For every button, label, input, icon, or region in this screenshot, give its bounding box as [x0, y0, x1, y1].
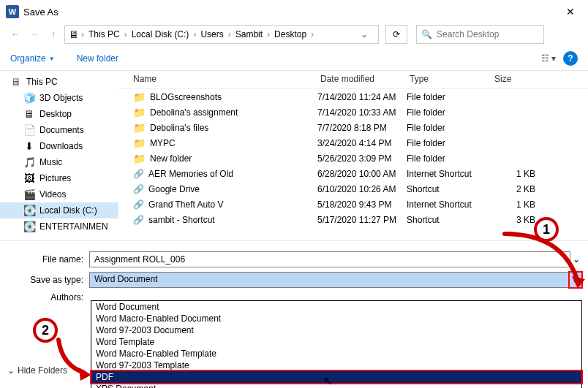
- breadcrumb-item[interactable]: Local Disk (C:): [129, 28, 192, 41]
- nav-forward-icon[interactable]: →: [26, 26, 42, 42]
- sidebar-item-music[interactable]: 🎵Music: [0, 154, 118, 170]
- annotation-callout-2: 2: [33, 318, 58, 343]
- file-date: 3/24/2020 4:14 PM: [317, 138, 407, 148]
- document-icon: 📄: [23, 124, 35, 136]
- annotation-arrow-1: [475, 219, 588, 300]
- file-name: Google Drive: [148, 184, 200, 194]
- search-input[interactable]: 🔍 Search Desktop: [416, 25, 544, 44]
- pc-icon: 🖥: [10, 76, 22, 88]
- saveastype-option[interactable]: Word Macro-Enabled Template: [91, 348, 581, 360]
- file-date: 7/14/2020 11:24 AM: [317, 92, 407, 102]
- dialog-title: Save As: [23, 7, 59, 18]
- annotation-callout-1: 1: [534, 217, 559, 242]
- file-date: 6/10/2020 10:26 AM: [317, 184, 407, 194]
- organize-button[interactable]: Organize ▼: [10, 53, 55, 64]
- refresh-icon[interactable]: ⟳: [385, 25, 407, 44]
- sidebar-item-3d-objects[interactable]: 🧊3D Objects: [0, 90, 118, 106]
- new-folder-button[interactable]: New folder: [77, 53, 118, 64]
- file-name: New folder: [150, 153, 192, 164]
- download-icon: ⬇: [23, 140, 35, 152]
- breadcrumb-item[interactable]: Desktop: [271, 28, 309, 41]
- sidebar-item-local-disk-c[interactable]: 💽Local Disk (C:): [0, 202, 118, 218]
- sidebar-item-desktop[interactable]: 🖥Desktop: [0, 106, 118, 122]
- file-type: Shortcut: [407, 184, 491, 194]
- chevron-down-icon: ⌄: [7, 365, 15, 376]
- shortcut-icon: 🔗: [133, 215, 144, 225]
- file-name: MYPC: [150, 138, 176, 148]
- column-header-date[interactable]: Date modified: [320, 74, 410, 84]
- sidebar-item-videos[interactable]: 🎬Videos: [0, 186, 118, 202]
- breadcrumb-item[interactable]: Sambit: [233, 28, 265, 41]
- folder-icon: 📁: [133, 137, 146, 149]
- filename-label: File name:: [6, 254, 89, 265]
- video-icon: 🎬: [23, 189, 35, 200]
- column-header-size[interactable]: Size: [494, 74, 538, 84]
- file-row[interactable]: 🔗AER Memories of Old6/28/2020 10:00 AMIn…: [118, 166, 588, 181]
- saveastype-option[interactable]: Word Template: [91, 336, 581, 348]
- cube-icon: 🧊: [23, 92, 35, 104]
- file-name: BLOGscreenshots: [150, 92, 222, 102]
- file-row[interactable]: 🔗Grand Theft Auto V5/18/2020 9:43 PMInte…: [118, 197, 588, 212]
- file-name: Debolina's files: [150, 123, 208, 133]
- saveastype-label: Save as type:: [6, 275, 89, 285]
- saveastype-option[interactable]: PDF: [91, 371, 581, 383]
- sidebar-item-pictures[interactable]: 🖼Pictures: [0, 170, 118, 186]
- file-name: AER Memories of Old: [148, 169, 233, 179]
- column-header-name[interactable]: Name: [133, 74, 320, 84]
- music-icon: 🎵: [23, 156, 35, 168]
- chevron-right-icon: ›: [80, 29, 86, 39]
- sidebar-item-entertainment[interactable]: 💽ENTERTAINMEN: [0, 218, 118, 235]
- file-date: 7/7/2020 8:18 PM: [317, 123, 407, 133]
- word-app-icon: W: [6, 5, 19, 18]
- shortcut-icon: 🔗: [133, 199, 144, 210]
- file-type: File folder: [407, 92, 491, 102]
- folder-icon: 📁: [133, 91, 146, 103]
- nav-up-icon[interactable]: ↑: [45, 26, 61, 42]
- saveastype-option[interactable]: XPS Document: [91, 383, 581, 388]
- saveastype-option[interactable]: Word Macro-Enabled Document: [91, 313, 581, 324]
- file-size: 2 KB: [491, 184, 535, 194]
- file-row[interactable]: 📁MYPC3/24/2020 4:14 PMFile folder: [118, 135, 588, 151]
- file-row[interactable]: 🔗Google Drive6/10/2020 10:26 AMShortcut2…: [118, 181, 588, 197]
- nav-back-icon[interactable]: ←: [7, 26, 23, 42]
- file-type: Internet Shortcut: [407, 169, 491, 179]
- saveastype-option[interactable]: Word 97-2003 Template: [91, 360, 581, 371]
- saveastype-option[interactable]: Word 97-2003 Document: [91, 324, 581, 336]
- chevron-down-icon[interactable]: ⌄: [357, 29, 375, 39]
- breadcrumb-item[interactable]: This PC: [86, 28, 123, 41]
- file-date: 5/18/2020 9:43 PM: [317, 199, 407, 210]
- svg-marker-0: [572, 276, 585, 289]
- chevron-right-icon: ›: [309, 29, 315, 39]
- shortcut-icon: 🔗: [133, 184, 144, 194]
- sidebar-item-documents[interactable]: 📄Documents: [0, 122, 118, 138]
- chevron-down-icon: ▼: [49, 56, 55, 62]
- file-name: sambit - Shortcut: [148, 215, 215, 225]
- file-type: File folder: [407, 123, 491, 133]
- chevron-right-icon: ›: [192, 29, 197, 39]
- breadcrumb-item[interactable]: Users: [197, 28, 226, 41]
- saveastype-dropdown[interactable]: Word DocumentWord Macro-Enabled Document…: [91, 300, 582, 388]
- file-size: 1 KB: [491, 199, 535, 210]
- file-row[interactable]: 📁Debolina's files7/7/2020 8:18 PMFile fo…: [118, 120, 588, 135]
- folder-icon: 📁: [133, 107, 146, 118]
- breadcrumb[interactable]: 🖥 › This PC › Local Disk (C:) › Users › …: [64, 25, 379, 44]
- close-icon[interactable]: ✕: [559, 1, 582, 22]
- sidebar-item-downloads[interactable]: ⬇Downloads: [0, 138, 118, 154]
- disk-icon: 💽: [23, 221, 35, 232]
- file-size: 1 KB: [491, 169, 535, 179]
- view-options-icon[interactable]: ☷ ▾: [541, 53, 556, 64]
- column-header-type[interactable]: Type: [410, 74, 494, 84]
- nav-sidebar: 🖥This PC 🧊3D Objects 🖥Desktop 📄Documents…: [0, 71, 118, 240]
- file-type: File folder: [407, 107, 491, 118]
- help-icon[interactable]: ?: [563, 51, 578, 66]
- file-row[interactable]: 📁New folder5/26/2020 3:09 PMFile folder: [118, 151, 588, 166]
- folder-icon: 📁: [133, 122, 146, 134]
- search-placeholder: Search Desktop: [437, 29, 499, 39]
- chevron-right-icon: ›: [123, 29, 129, 39]
- file-name: Grand Theft Auto V: [148, 199, 224, 210]
- file-row[interactable]: 📁BLOGscreenshots7/14/2020 11:24 AMFile f…: [118, 89, 588, 104]
- chevron-right-icon: ›: [265, 29, 271, 39]
- file-row[interactable]: 📁Debolina's assignment7/14/2020 10:33 AM…: [118, 104, 588, 120]
- saveastype-option[interactable]: Word Document: [91, 301, 581, 313]
- sidebar-item-this-pc[interactable]: 🖥This PC: [0, 74, 118, 90]
